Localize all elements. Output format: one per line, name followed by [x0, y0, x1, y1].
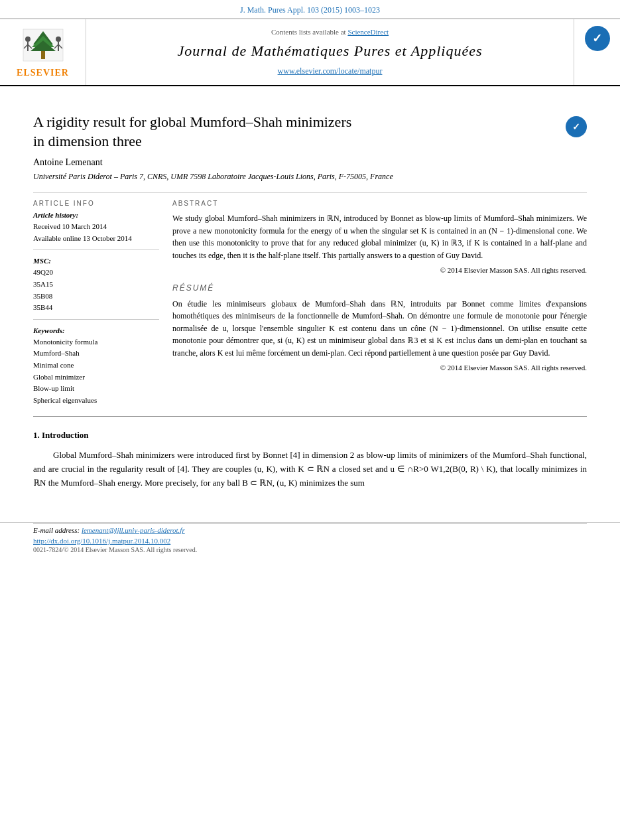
elsevier-tree-icon	[20, 26, 66, 66]
article-info-title: ARTICLE INFO	[33, 200, 159, 207]
kw-3: Minimal cone	[33, 360, 159, 372]
crossmark-badge[interactable]: ✓	[585, 26, 610, 51]
journal-citation-bar: J. Math. Pures Appl. 103 (2015) 1003–102…	[0, 0, 620, 19]
page: J. Math. Pures Appl. 103 (2015) 1003–102…	[0, 0, 620, 840]
msc-group: MSC: 49Q20 35A15 35B08 35B44	[33, 257, 159, 319]
svg-point-5	[25, 36, 31, 42]
kw-5: Blow-up limit	[33, 383, 159, 395]
abstract-title: ABSTRACT	[172, 200, 587, 207]
affiliation: Université Paris Diderot – Paris 7, CNRS…	[33, 171, 587, 182]
kw-1: Monotonicity formula	[33, 336, 159, 348]
divider-1	[33, 192, 587, 193]
crossmark-section: ✓	[574, 19, 620, 85]
journal-header: ELSEVIER Contents lists available at Sci…	[0, 19, 620, 86]
kw-4: Global minimizer	[33, 372, 159, 384]
journal-name: Journal de Mathématiques Pures et Appliq…	[177, 42, 482, 60]
msc-3: 35B08	[33, 291, 159, 303]
kw-2: Mumford–Shah	[33, 348, 159, 360]
issn-line: 0021-7824/© 2014 Elsevier Masson SAS. Al…	[33, 546, 587, 553]
history-group: Article history: Received 10 March 2014 …	[33, 211, 159, 250]
contents-prefix: Contents lists available at	[271, 28, 347, 36]
crossmark-title-area: ✓	[566, 116, 587, 137]
footer-area: E-mail address: lemenant@ljll.univ-paris…	[0, 522, 620, 553]
intro-para-1: Global Mumford–Shah minimizers were intr…	[33, 449, 587, 490]
title-line1: A rigidity result for global Mumford–Sha…	[33, 113, 351, 130]
doi-link[interactable]: http://dx.doi.org/10.1016/j.matpur.2014.…	[33, 537, 587, 545]
msc-4: 35B44	[33, 302, 159, 314]
abstract-copyright: © 2014 Elsevier Masson SAS. All rights r…	[172, 266, 587, 274]
email-label: E-mail address: lemenant@ljll.univ-paris…	[33, 526, 185, 534]
contents-line: Contents lists available at ScienceDirec…	[271, 28, 389, 36]
abstract-column: ABSTRACT We study global Mumford–Shah mi…	[172, 200, 587, 406]
svg-rect-1	[41, 51, 45, 59]
journal-url[interactable]: www.elsevier.com/locate/matpur	[278, 66, 383, 76]
journal-citation: J. Math. Pures Appl. 103 (2015) 1003–102…	[240, 5, 380, 15]
title-area: ✓ A rigidity result for global Mumford–S…	[33, 113, 587, 151]
kw-6: Spherical eigenvalues	[33, 395, 159, 407]
history-label: Article history:	[33, 211, 159, 219]
elsevier-logo: ELSEVIER	[17, 26, 69, 78]
svg-point-9	[56, 36, 61, 42]
resume-text: On étudie les minimiseurs globaux de Mum…	[172, 298, 587, 360]
keywords-label: Keywords:	[33, 326, 159, 334]
msc-2: 35A15	[33, 279, 159, 291]
abstract-text: We study global Mumford–Shah minimizers …	[172, 212, 587, 261]
journal-title-section: Contents lists available at ScienceDirec…	[86, 19, 574, 85]
title-line2: in dimension three	[33, 133, 142, 149]
elsevier-wordmark: ELSEVIER	[17, 68, 69, 78]
msc-label: MSC:	[33, 257, 159, 265]
footnote-email-line: E-mail address: lemenant@ljll.univ-paris…	[33, 524, 587, 534]
resume-copyright: © 2014 Elsevier Masson SAS. All rights r…	[172, 364, 587, 372]
available-date: Available online 13 October 2014	[33, 233, 159, 245]
resume-title: RÉSUMÉ	[172, 283, 587, 293]
section-1-heading: 1. Introduction	[33, 430, 587, 441]
elsevier-logo-section: ELSEVIER	[0, 19, 86, 85]
section-divider	[33, 416, 587, 417]
keywords-group: Keywords: Monotonicity formula Mumford–S…	[33, 326, 159, 407]
crossmark-inline-badge[interactable]: ✓	[566, 116, 587, 137]
article-title: A rigidity result for global Mumford–Sha…	[33, 113, 587, 151]
received-date: Received 10 March 2014	[33, 221, 159, 233]
main-content: ✓ A rigidity result for global Mumford–S…	[0, 86, 620, 509]
sciencedirect-link[interactable]: ScienceDirect	[347, 28, 389, 36]
author-name: Antoine Lemenant	[33, 157, 587, 168]
email-link[interactable]: lemenant@ljll.univ-paris-diderot.fr	[82, 526, 185, 534]
article-info-column: ARTICLE INFO Article history: Received 1…	[33, 200, 159, 406]
two-column-section: ARTICLE INFO Article history: Received 1…	[33, 200, 587, 406]
msc-1: 49Q20	[33, 267, 159, 279]
